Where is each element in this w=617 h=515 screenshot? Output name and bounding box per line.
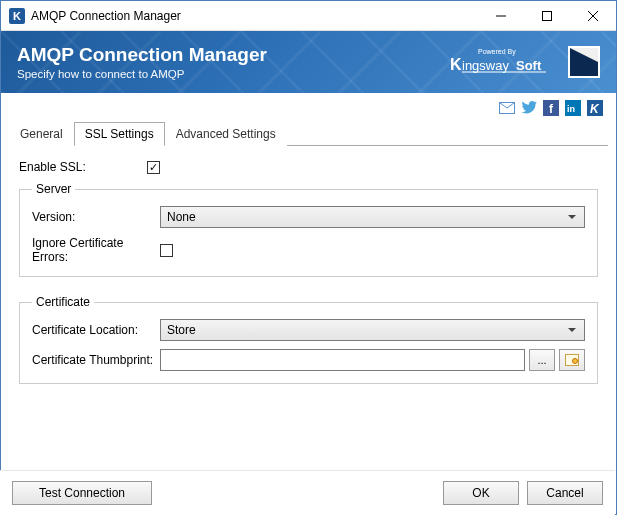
- svg-line-3: [588, 11, 598, 21]
- twitter-icon[interactable]: [520, 99, 538, 117]
- mail-icon[interactable]: [498, 99, 516, 117]
- cert-location-label: Certificate Location:: [32, 323, 160, 337]
- cert-thumb-input[interactable]: [160, 349, 525, 371]
- tab-general[interactable]: General: [9, 122, 74, 146]
- tabs: General SSL Settings Advanced Settings: [9, 121, 608, 146]
- window-title: AMQP Connection Manager: [31, 9, 478, 23]
- close-button[interactable]: [570, 1, 616, 31]
- banner: AMQP Connection Manager Specify how to c…: [1, 31, 616, 93]
- svg-text:K: K: [450, 56, 462, 73]
- certificate-group: Certificate Certificate Location: Store …: [19, 295, 598, 384]
- brand-square-icon: [568, 46, 600, 78]
- test-connection-button[interactable]: Test Connection: [12, 481, 152, 505]
- enable-ssl-checkbox[interactable]: [147, 161, 160, 174]
- tab-content: Enable SSL: Server Version: None Ignore …: [1, 146, 616, 414]
- cert-thumb-label: Certificate Thumbprint:: [32, 353, 160, 367]
- server-legend: Server: [32, 182, 75, 196]
- minimize-button[interactable]: [478, 1, 524, 31]
- server-group: Server Version: None Ignore Certificate …: [19, 182, 598, 277]
- cert-location-select[interactable]: Store: [160, 319, 585, 341]
- ignore-cert-checkbox[interactable]: [160, 244, 173, 257]
- svg-text:Soft: Soft: [516, 58, 542, 73]
- svg-line-2: [588, 11, 598, 21]
- cert-browse-button[interactable]: ...: [529, 349, 555, 371]
- version-select[interactable]: None: [160, 206, 585, 228]
- facebook-icon[interactable]: f: [542, 99, 560, 117]
- svg-text:ingsway: ingsway: [462, 58, 509, 73]
- brand-k-icon[interactable]: K: [586, 99, 604, 117]
- banner-title: AMQP Connection Manager: [17, 44, 267, 66]
- titlebar: K AMQP Connection Manager: [1, 1, 616, 31]
- certificate-legend: Certificate: [32, 295, 94, 309]
- svg-text:K: K: [590, 102, 600, 116]
- social-row: f in K: [1, 93, 616, 121]
- powered-by-text: Powered By: [478, 48, 516, 56]
- enable-ssl-label: Enable SSL:: [19, 160, 147, 174]
- cert-location-value: Store: [167, 323, 196, 337]
- ok-button[interactable]: OK: [443, 481, 519, 505]
- version-label: Version:: [32, 210, 160, 224]
- ignore-cert-label: Ignore Certificate Errors:: [32, 236, 160, 264]
- banner-subtitle: Specify how to connect to AMQP: [17, 68, 267, 80]
- cert-picker-button[interactable]: [559, 349, 585, 371]
- svg-text:in: in: [567, 104, 575, 114]
- linkedin-icon[interactable]: in: [564, 99, 582, 117]
- tab-advanced-settings[interactable]: Advanced Settings: [165, 122, 287, 146]
- footer: Test Connection OK Cancel: [0, 470, 615, 515]
- certificate-icon: [565, 354, 579, 366]
- maximize-button[interactable]: [524, 1, 570, 31]
- cancel-button[interactable]: Cancel: [527, 481, 603, 505]
- svg-point-16: [573, 359, 578, 364]
- app-icon: K: [9, 8, 25, 24]
- tab-ssl-settings[interactable]: SSL Settings: [74, 122, 165, 146]
- svg-rect-1: [543, 11, 552, 20]
- brand-logo: Powered By K ingsway Soft: [450, 46, 550, 78]
- version-value: None: [167, 210, 196, 224]
